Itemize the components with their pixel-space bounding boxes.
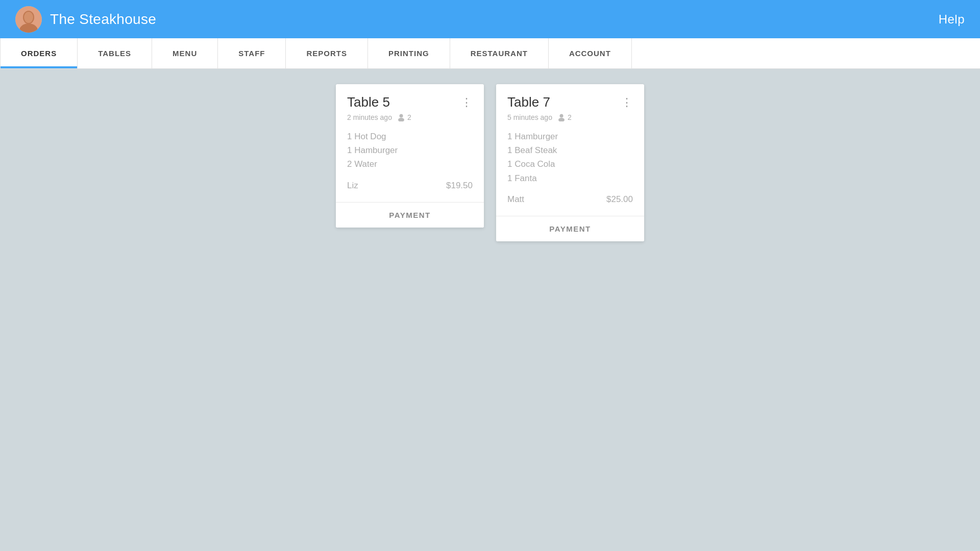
- svg-point-5: [398, 118, 404, 121]
- svg-point-7: [558, 118, 565, 121]
- table7-guests: 2: [557, 113, 572, 121]
- nav-item-tables[interactable]: TABLES: [78, 38, 152, 68]
- svg-point-3: [24, 12, 33, 23]
- help-button[interactable]: Help: [939, 12, 965, 27]
- nav-item-account[interactable]: ACCOUNT: [549, 38, 632, 68]
- card-body-table7: Table 7 ⋮ 5 minutes ago 2 1 Hamburger 1 …: [496, 84, 644, 216]
- table5-menu-icon[interactable]: ⋮: [461, 97, 473, 108]
- list-item: 2 Water: [347, 157, 473, 171]
- nav-item-printing[interactable]: PRINTING: [368, 38, 450, 68]
- nav-item-staff[interactable]: STAFF: [218, 38, 286, 68]
- table5-items: 1 Hot Dog 1 Hamburger 2 Water: [347, 130, 473, 171]
- guests-icon: [557, 113, 566, 121]
- avatar: [15, 6, 42, 33]
- list-item: 1 Beaf Steak: [507, 143, 633, 157]
- table5-payment-button[interactable]: PAYMENT: [336, 202, 484, 228]
- card-body-table5: Table 5 ⋮ 2 minutes ago 2 1 Hot Dog 1 Ha…: [336, 84, 484, 202]
- table7-total: $25.00: [606, 194, 633, 205]
- card-header-table7: Table 7 ⋮: [507, 94, 633, 110]
- card-header-table5: Table 5 ⋮: [347, 94, 473, 110]
- table7-footer: Matt $25.00: [507, 194, 633, 208]
- header-left: The Steakhouse: [15, 6, 156, 33]
- table5-staff: Liz: [347, 181, 358, 191]
- table7-staff: Matt: [507, 194, 524, 205]
- table7-items: 1 Hamburger 1 Beaf Steak 1 Coca Cola 1 F…: [507, 130, 633, 185]
- svg-point-4: [399, 114, 403, 118]
- table7-payment-button[interactable]: PAYMENT: [496, 216, 644, 241]
- table7-time: 5 minutes ago: [507, 113, 552, 121]
- guests-icon: [397, 113, 405, 121]
- list-item: 1 Hot Dog: [347, 130, 473, 143]
- table5-time: 2 minutes ago: [347, 113, 392, 121]
- orders-content: Table 5 ⋮ 2 minutes ago 2 1 Hot Dog 1 Ha…: [0, 69, 980, 257]
- table5-guests: 2: [397, 113, 411, 121]
- table5-meta: 2 minutes ago 2: [347, 113, 473, 121]
- table5-name: Table 5: [347, 94, 390, 110]
- nav-item-orders[interactable]: ORDERS: [0, 38, 78, 68]
- nav-item-restaurant[interactable]: RESTAURANT: [450, 38, 549, 68]
- header: The Steakhouse Help: [0, 0, 980, 38]
- table7-menu-icon[interactable]: ⋮: [621, 97, 633, 108]
- list-item: 1 Fanta: [507, 171, 633, 185]
- order-card-table7: Table 7 ⋮ 5 minutes ago 2 1 Hamburger 1 …: [496, 84, 644, 241]
- table7-name: Table 7: [507, 94, 550, 110]
- app-title: The Steakhouse: [50, 11, 156, 28]
- nav-item-reports[interactable]: REPORTS: [286, 38, 368, 68]
- svg-point-6: [559, 114, 563, 118]
- nav: ORDERS TABLES MENU STAFF REPORTS PRINTIN…: [0, 38, 980, 69]
- table7-meta: 5 minutes ago 2: [507, 113, 633, 121]
- list-item: 1 Hamburger: [507, 130, 633, 143]
- table5-footer: Liz $19.50: [347, 181, 473, 194]
- list-item: 1 Hamburger: [347, 143, 473, 157]
- nav-item-menu[interactable]: MENU: [152, 38, 218, 68]
- list-item: 1 Coca Cola: [507, 157, 633, 171]
- table5-total: $19.50: [446, 181, 473, 191]
- order-card-table5: Table 5 ⋮ 2 minutes ago 2 1 Hot Dog 1 Ha…: [336, 84, 484, 228]
